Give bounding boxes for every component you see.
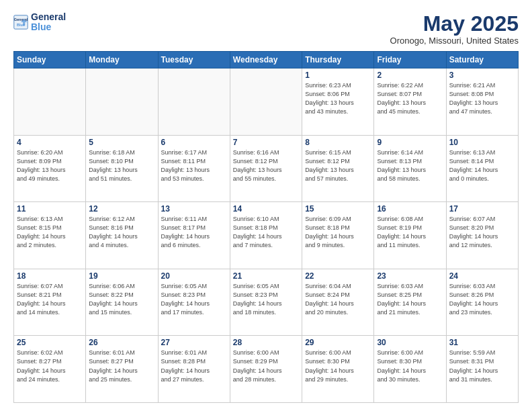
day-number: 24	[449, 271, 515, 281]
day-info: Sunrise: 6:07 AM Sunset: 8:20 PM Dayligh…	[449, 215, 515, 250]
calendar-cell: 30Sunrise: 6:00 AM Sunset: 8:30 PM Dayli…	[374, 336, 446, 403]
page: General Blue General Blue May 2025 Orono…	[0, 0, 532, 411]
title-block: May 2025 Oronogo, Missouri, United State…	[390, 12, 519, 46]
calendar-cell: 6Sunrise: 6:17 AM Sunset: 8:11 PM Daylig…	[158, 135, 230, 202]
calendar-header-saturday: Saturday	[446, 52, 518, 68]
day-info: Sunrise: 6:17 AM Sunset: 8:11 PM Dayligh…	[161, 148, 227, 183]
calendar-row-1: 4Sunrise: 6:20 AM Sunset: 8:09 PM Daylig…	[14, 135, 519, 202]
calendar-header-thursday: Thursday	[302, 52, 374, 68]
day-info: Sunrise: 6:01 AM Sunset: 8:27 PM Dayligh…	[89, 349, 154, 383]
calendar-cell: 15Sunrise: 6:09 AM Sunset: 8:18 PM Dayli…	[302, 202, 374, 269]
day-info: Sunrise: 6:15 AM Sunset: 8:12 PM Dayligh…	[305, 148, 371, 183]
day-number: 16	[377, 204, 443, 214]
logo-line2: Blue	[31, 21, 51, 32]
day-info: Sunrise: 6:23 AM Sunset: 8:06 PM Dayligh…	[305, 81, 371, 116]
day-info: Sunrise: 6:21 AM Sunset: 8:08 PM Dayligh…	[449, 81, 515, 116]
day-number: 5	[89, 138, 154, 147]
calendar-cell: 23Sunrise: 6:03 AM Sunset: 8:25 PM Dayli…	[374, 269, 446, 336]
day-number: 9	[377, 138, 443, 147]
day-number: 13	[161, 204, 227, 214]
day-number: 29	[305, 338, 371, 347]
day-info: Sunrise: 6:05 AM Sunset: 8:23 PM Dayligh…	[161, 282, 227, 317]
day-info: Sunrise: 6:20 AM Sunset: 8:09 PM Dayligh…	[17, 148, 83, 183]
calendar-cell: 24Sunrise: 6:03 AM Sunset: 8:26 PM Dayli…	[446, 269, 518, 336]
calendar-cell: 27Sunrise: 6:01 AM Sunset: 8:28 PM Dayli…	[158, 336, 230, 403]
header: General Blue General Blue May 2025 Orono…	[13, 12, 519, 46]
calendar-cell: 21Sunrise: 6:05 AM Sunset: 8:23 PM Dayli…	[230, 269, 302, 336]
calendar-cell: 11Sunrise: 6:13 AM Sunset: 8:15 PM Dayli…	[14, 202, 86, 269]
calendar-cell: 1Sunrise: 6:23 AM Sunset: 8:06 PM Daylig…	[302, 68, 374, 136]
day-number: 12	[89, 204, 154, 214]
day-number: 30	[377, 338, 443, 347]
day-info: Sunrise: 6:22 AM Sunset: 8:07 PM Dayligh…	[377, 81, 443, 116]
calendar-cell	[158, 68, 230, 136]
calendar-cell: 5Sunrise: 6:18 AM Sunset: 8:10 PM Daylig…	[86, 135, 158, 202]
day-info: Sunrise: 6:03 AM Sunset: 8:26 PM Dayligh…	[449, 282, 515, 317]
day-number: 21	[233, 271, 299, 281]
calendar-cell: 16Sunrise: 6:08 AM Sunset: 8:19 PM Dayli…	[374, 202, 446, 269]
day-info: Sunrise: 5:59 AM Sunset: 8:31 PM Dayligh…	[449, 349, 515, 383]
calendar-cell: 26Sunrise: 6:01 AM Sunset: 8:27 PM Dayli…	[86, 336, 158, 403]
calendar-cell: 9Sunrise: 6:14 AM Sunset: 8:13 PM Daylig…	[374, 135, 446, 202]
calendar-cell: 17Sunrise: 6:07 AM Sunset: 8:20 PM Dayli…	[446, 202, 518, 269]
calendar-table: SundayMondayTuesdayWednesdayThursdayFrid…	[13, 51, 519, 403]
calendar-header-sunday: Sunday	[14, 52, 86, 68]
day-number: 3	[449, 71, 515, 80]
day-info: Sunrise: 6:09 AM Sunset: 8:18 PM Dayligh…	[305, 215, 371, 250]
day-info: Sunrise: 6:00 AM Sunset: 8:30 PM Dayligh…	[377, 349, 443, 383]
day-number: 19	[89, 271, 154, 281]
day-number: 26	[89, 338, 154, 347]
day-info: Sunrise: 6:10 AM Sunset: 8:18 PM Dayligh…	[233, 215, 299, 250]
calendar-header-friday: Friday	[374, 52, 446, 68]
subtitle: Oronogo, Missouri, United States	[390, 36, 519, 46]
day-number: 7	[233, 138, 299, 147]
day-info: Sunrise: 6:00 AM Sunset: 8:30 PM Dayligh…	[305, 349, 371, 383]
day-info: Sunrise: 6:04 AM Sunset: 8:24 PM Dayligh…	[305, 282, 371, 317]
day-number: 25	[17, 338, 83, 347]
day-info: Sunrise: 6:12 AM Sunset: 8:16 PM Dayligh…	[89, 215, 154, 250]
calendar-cell: 3Sunrise: 6:21 AM Sunset: 8:08 PM Daylig…	[446, 68, 518, 136]
calendar-header-monday: Monday	[86, 52, 158, 68]
calendar-cell: 25Sunrise: 6:02 AM Sunset: 8:27 PM Dayli…	[14, 336, 86, 403]
calendar-cell: 10Sunrise: 6:13 AM Sunset: 8:14 PM Dayli…	[446, 135, 518, 202]
calendar-cell: 8Sunrise: 6:15 AM Sunset: 8:12 PM Daylig…	[302, 135, 374, 202]
logo: General Blue General Blue	[13, 12, 66, 33]
day-number: 31	[449, 338, 515, 347]
calendar-row-3: 18Sunrise: 6:07 AM Sunset: 8:21 PM Dayli…	[14, 269, 519, 336]
day-number: 6	[161, 138, 227, 147]
calendar-cell	[230, 68, 302, 136]
calendar-cell: 14Sunrise: 6:10 AM Sunset: 8:18 PM Dayli…	[230, 202, 302, 269]
calendar-cell: 28Sunrise: 6:00 AM Sunset: 8:29 PM Dayli…	[230, 336, 302, 403]
day-info: Sunrise: 6:08 AM Sunset: 8:19 PM Dayligh…	[377, 215, 443, 250]
day-number: 17	[449, 204, 515, 214]
day-number: 11	[17, 204, 83, 214]
main-title: May 2025	[390, 12, 519, 36]
day-info: Sunrise: 6:02 AM Sunset: 8:27 PM Dayligh…	[17, 349, 83, 383]
day-info: Sunrise: 6:16 AM Sunset: 8:12 PM Dayligh…	[233, 148, 299, 183]
calendar-row-4: 25Sunrise: 6:02 AM Sunset: 8:27 PM Dayli…	[14, 336, 519, 403]
calendar-cell: 2Sunrise: 6:22 AM Sunset: 8:07 PM Daylig…	[374, 68, 446, 136]
calendar-cell: 29Sunrise: 6:00 AM Sunset: 8:30 PM Dayli…	[302, 336, 374, 403]
day-number: 28	[233, 338, 299, 347]
calendar-cell: 20Sunrise: 6:05 AM Sunset: 8:23 PM Dayli…	[158, 269, 230, 336]
calendar-cell	[86, 68, 158, 136]
day-info: Sunrise: 6:11 AM Sunset: 8:17 PM Dayligh…	[161, 215, 227, 250]
logo-line1: General	[31, 12, 66, 22]
logo-icon: General Blue	[13, 15, 28, 30]
day-number: 22	[305, 271, 371, 281]
calendar-cell: 4Sunrise: 6:20 AM Sunset: 8:09 PM Daylig…	[14, 135, 86, 202]
day-info: Sunrise: 6:07 AM Sunset: 8:21 PM Dayligh…	[17, 282, 83, 317]
day-info: Sunrise: 6:13 AM Sunset: 8:15 PM Dayligh…	[17, 215, 83, 250]
calendar-cell: 12Sunrise: 6:12 AM Sunset: 8:16 PM Dayli…	[86, 202, 158, 269]
day-info: Sunrise: 6:05 AM Sunset: 8:23 PM Dayligh…	[233, 282, 299, 317]
calendar-row-0: 1Sunrise: 6:23 AM Sunset: 8:06 PM Daylig…	[14, 68, 519, 136]
day-info: Sunrise: 6:03 AM Sunset: 8:25 PM Dayligh…	[377, 282, 443, 317]
calendar-header-tuesday: Tuesday	[158, 52, 230, 68]
calendar-header-row: SundayMondayTuesdayWednesdayThursdayFrid…	[14, 52, 519, 68]
calendar-cell	[14, 68, 86, 136]
calendar-cell: 13Sunrise: 6:11 AM Sunset: 8:17 PM Dayli…	[158, 202, 230, 269]
day-info: Sunrise: 6:06 AM Sunset: 8:22 PM Dayligh…	[89, 282, 154, 317]
day-info: Sunrise: 6:14 AM Sunset: 8:13 PM Dayligh…	[377, 148, 443, 183]
day-info: Sunrise: 6:00 AM Sunset: 8:29 PM Dayligh…	[233, 349, 299, 383]
day-number: 18	[17, 271, 83, 281]
